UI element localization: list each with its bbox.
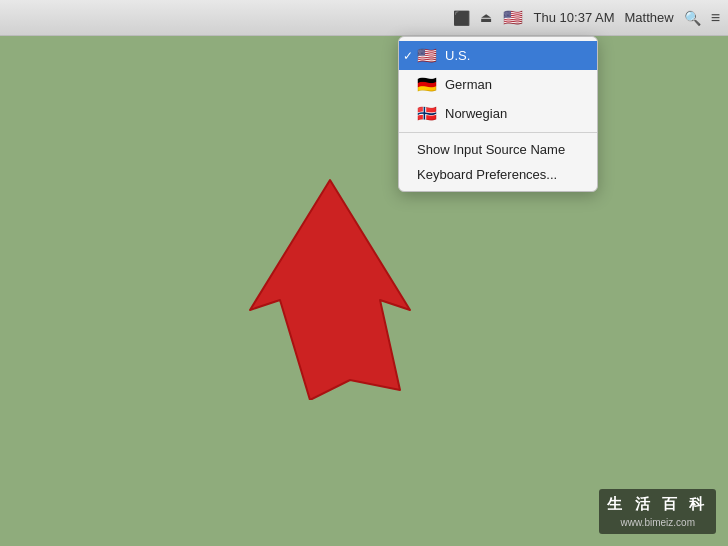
german-label: German [445, 77, 492, 92]
show-input-source-label: Show Input Source Name [417, 142, 565, 157]
input-source-flag[interactable]: 🇺🇸 [502, 10, 524, 26]
us-flag: 🇺🇸 [417, 46, 437, 65]
monitor-icon[interactable]: ⬛ [453, 10, 470, 26]
watermark: 生 活 百 科 www.bimeiz.com [599, 489, 716, 535]
watermark-url: www.bimeiz.com [607, 515, 708, 530]
dropdown-item-german[interactable]: 🇩🇪 German [399, 70, 597, 99]
keyboard-preferences-label: Keyboard Preferences... [417, 167, 557, 182]
watermark-text: 生 活 百 科 [607, 493, 708, 516]
german-flag: 🇩🇪 [417, 75, 437, 94]
svg-marker-0 [250, 180, 410, 400]
checkmark-icon: ✓ [403, 49, 413, 63]
input-source-dropdown: ✓ 🇺🇸 U.S. 🇩🇪 German 🇳🇴 Norwegian Show In… [398, 36, 598, 192]
eject-icon[interactable]: ⏏ [480, 10, 492, 25]
us-label: U.S. [445, 48, 470, 63]
notification-center-icon[interactable]: ≡ [711, 9, 720, 27]
dropdown-separator-1 [399, 132, 597, 133]
dropdown-item-norwegian[interactable]: 🇳🇴 Norwegian [399, 99, 597, 128]
desktop: ⬛ ⏏ 🇺🇸 Thu 10:37 AM Matthew 🔍 ≡ ✓ 🇺🇸 U.S… [0, 0, 728, 546]
dropdown-item-us[interactable]: ✓ 🇺🇸 U.S. [399, 41, 597, 70]
norwegian-label: Norwegian [445, 106, 507, 121]
norwegian-flag: 🇳🇴 [417, 104, 437, 123]
menubar-username: Matthew [625, 10, 674, 25]
menubar: ⬛ ⏏ 🇺🇸 Thu 10:37 AM Matthew 🔍 ≡ [0, 0, 728, 36]
spotlight-icon[interactable]: 🔍 [684, 10, 701, 26]
dropdown-keyboard-preferences[interactable]: Keyboard Preferences... [399, 162, 597, 187]
menubar-right: ⬛ ⏏ 🇺🇸 Thu 10:37 AM Matthew 🔍 ≡ [453, 9, 720, 27]
dropdown-show-input-source[interactable]: Show Input Source Name [399, 137, 597, 162]
menubar-time: Thu 10:37 AM [534, 10, 615, 25]
